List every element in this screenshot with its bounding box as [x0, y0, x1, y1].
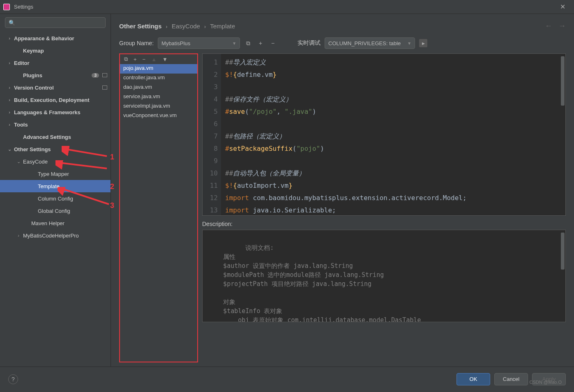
template-item[interactable]: controller.java.vm: [120, 74, 197, 83]
sidebar-item-tools[interactable]: ›Tools: [0, 118, 111, 131]
realtime-select[interactable]: COLUMN_PRIVILEGES: table ▼: [325, 37, 415, 49]
sidebar-item-label: Keymap: [23, 48, 44, 54]
settings-sidebar: ›Appearance & BehaviorKeymap›EditorPlugi…: [0, 14, 111, 367]
chevron-down-icon: ▼: [232, 41, 236, 46]
sidebar-item-editor[interactable]: ›Editor: [0, 57, 111, 69]
sidebar-item-label: Languages & Frameworks: [14, 109, 81, 115]
code-content: ##导入宏定义$!{define.vm}##保存文件（宏定义）#save("/p…: [221, 54, 565, 215]
chevron-icon: ›: [7, 36, 12, 41]
sidebar-item-maven-helper[interactable]: Maven Helper: [0, 217, 111, 229]
remove-icon[interactable]: −: [143, 56, 146, 62]
realtime-label: 实时调试: [297, 39, 320, 47]
template-item[interactable]: service.java.vm: [120, 92, 197, 102]
annotation-3: 3: [110, 201, 114, 210]
settings-tree: ›Appearance & BehaviorKeymap›EditorPlugi…: [0, 32, 111, 242]
search-input[interactable]: [5, 17, 106, 28]
realtime-value: COLUMN_PRIVILEGES: table: [328, 40, 401, 46]
sidebar-item-label: EasyCode: [23, 159, 48, 165]
help-button[interactable]: ?: [8, 374, 18, 384]
sidebar-item-label: MyBatisCodeHelperPro: [23, 233, 79, 239]
template-item[interactable]: dao.java.vm: [120, 83, 197, 92]
project-icon: [102, 85, 107, 90]
chevron-icon: ›: [7, 122, 12, 127]
sidebar-item-label: Plugins: [23, 72, 42, 78]
sidebar-item-column-config[interactable]: Column Config: [0, 192, 111, 205]
annotation-2: 2: [110, 182, 114, 191]
group-name-value: MybatisPlus: [161, 40, 190, 46]
sidebar-item-mybatiscodehelperpro[interactable]: ›MyBatisCodeHelperPro: [0, 229, 111, 242]
sidebar-item-appearance-behavior[interactable]: ›Appearance & Behavior: [0, 32, 111, 44]
chevron-icon: ›: [16, 233, 21, 238]
chevron-icon: ⌄: [16, 159, 21, 164]
editor-scrollbar[interactable]: [561, 56, 565, 106]
sidebar-item-label: Tools: [14, 122, 28, 128]
run-icon[interactable]: ▸: [419, 39, 427, 47]
template-item[interactable]: pojo.java.vm: [120, 64, 197, 74]
sidebar-item-label: Build, Execution, Deployment: [14, 97, 89, 103]
chevron-icon: ›: [7, 97, 12, 102]
sidebar-item-version-control[interactable]: ›Version Control: [0, 81, 111, 94]
sidebar-item-global-config[interactable]: Global Config: [0, 205, 111, 217]
chevron-icon: ›: [7, 110, 12, 115]
sidebar-item-label: Type Mapper: [38, 171, 69, 177]
chevron-down-icon: ▼: [407, 41, 411, 46]
close-icon[interactable]: ✕: [554, 3, 571, 11]
window-title: Settings: [14, 4, 554, 10]
template-item[interactable]: vueConponent.vue.vm: [120, 111, 197, 121]
sidebar-item-build-execution-deployment[interactable]: ›Build, Execution, Deployment: [0, 94, 111, 106]
group-name-label: Group Name:: [119, 40, 154, 46]
nav-back-icon[interactable]: ←: [545, 22, 552, 30]
template-list-panel: ⧉ + − ▲ ▼ pojo.java.vmcontroller.java.vm…: [119, 53, 198, 362]
copy-icon[interactable]: ⧉: [124, 56, 128, 62]
description-box[interactable]: 说明文档: 属性 $author 设置中的作者 java.lang.String…: [202, 230, 566, 322]
sidebar-item-label: Version Control: [14, 85, 54, 91]
chevron-icon: ⌄: [7, 147, 12, 152]
count-badge: 3: [92, 73, 99, 78]
sidebar-item-template[interactable]: Template: [0, 180, 111, 192]
breadcrumb-2: EasyCode: [172, 23, 200, 30]
group-toolbar: Group Name: MybatisPlus ▼ ⧉ + − 实时调试 COL…: [111, 33, 574, 53]
code-editor[interactable]: 12345678910111213 ##导入宏定义$!{define.vm}##…: [202, 53, 566, 216]
group-name-select[interactable]: MybatisPlus ▼: [158, 37, 240, 49]
breadcrumb-1: Other Settings: [119, 23, 161, 30]
sidebar-item-advanced-settings[interactable]: Advanced Settings: [0, 131, 111, 143]
description-label: Description:: [202, 221, 566, 227]
sidebar-item-label: Column Config: [38, 196, 73, 202]
chevron-icon: ›: [7, 85, 12, 90]
chevron-icon: ›: [7, 60, 12, 65]
cancel-button[interactable]: Cancel: [494, 373, 528, 385]
sidebar-item-label: Maven Helper: [31, 220, 65, 226]
copy-icon[interactable]: ⧉: [244, 40, 252, 47]
breadcrumb-3: Template: [210, 23, 235, 30]
nav-forward-icon[interactable]: →: [558, 22, 566, 30]
sidebar-item-label: Template: [38, 183, 60, 189]
sidebar-item-other-settings[interactable]: ⌄Other Settings: [0, 143, 111, 155]
ok-button[interactable]: OK: [456, 373, 490, 385]
sidebar-item-type-mapper[interactable]: Type Mapper: [0, 168, 111, 180]
sidebar-item-label: Appearance & Behavior: [14, 35, 74, 42]
move-up-icon[interactable]: ▲: [151, 56, 157, 62]
breadcrumb: Other Settings › EasyCode › Template: [119, 23, 235, 30]
sidebar-item-easycode[interactable]: ⌄EasyCode: [0, 155, 111, 168]
annotation-1: 1: [110, 153, 114, 161]
template-item[interactable]: serviceImpl.java.vm: [120, 102, 197, 111]
description-scrollbar[interactable]: [561, 233, 565, 270]
dialog-footer: ? OK Cancel Apply: [0, 367, 574, 391]
add-icon[interactable]: +: [256, 40, 265, 46]
project-icon: [102, 73, 107, 77]
sidebar-item-keymap[interactable]: Keymap: [0, 44, 111, 57]
move-down-icon[interactable]: ▼: [162, 56, 168, 62]
app-icon: [3, 4, 10, 10]
description-text: 说明文档: 属性 $author 设置中的作者 java.lang.String…: [208, 244, 421, 322]
sidebar-item-plugins[interactable]: Plugins3: [0, 69, 111, 81]
sidebar-item-label: Editor: [14, 60, 30, 66]
line-gutter: 12345678910111213: [203, 54, 221, 215]
sidebar-item-label: Global Config: [38, 208, 70, 214]
sidebar-item-label: Other Settings: [14, 146, 51, 152]
apply-button[interactable]: Apply: [532, 373, 566, 385]
titlebar: Settings ✕: [0, 0, 574, 14]
remove-icon[interactable]: −: [269, 40, 277, 46]
add-icon[interactable]: +: [134, 56, 137, 62]
sidebar-item-languages-frameworks[interactable]: ›Languages & Frameworks: [0, 106, 111, 118]
sidebar-item-label: Advanced Settings: [23, 134, 71, 140]
